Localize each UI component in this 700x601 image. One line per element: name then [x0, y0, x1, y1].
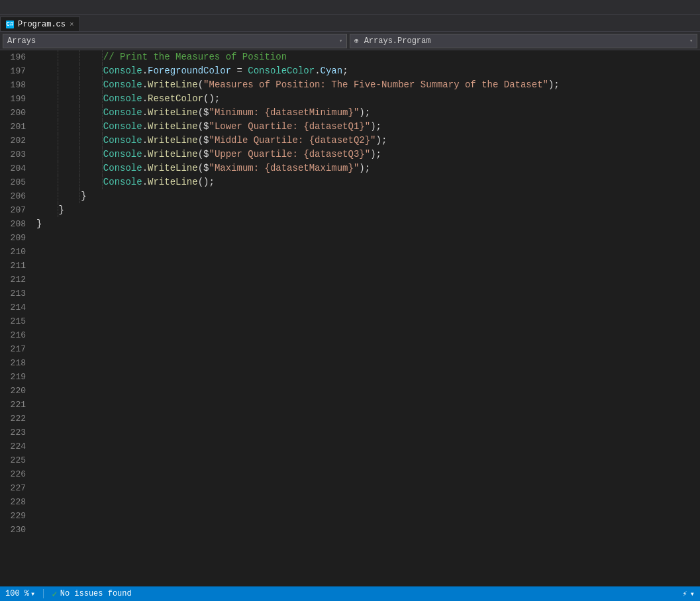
code-line [36, 300, 700, 314]
class-dropdown[interactable]: ⊕ Arrays.Program ▾ [350, 34, 697, 48]
code-token [36, 93, 103, 104]
namespace-label: Arrays [7, 36, 36, 46]
code-token: Console [103, 135, 142, 146]
table-row: 196 // Print the Measures of Position [0, 50, 700, 64]
line-number: 200 [0, 108, 36, 118]
action-status[interactable]: ⚡ ▾ [683, 589, 695, 599]
line-number: 214 [0, 302, 36, 312]
table-row: 218 [0, 356, 700, 370]
code-token [36, 107, 103, 118]
editor-wrapper: 196 // Print the Measures of Position197… [0, 50, 700, 586]
tab-close-icon[interactable]: × [70, 21, 74, 28]
code-line: Console.WriteLine(); [36, 175, 700, 189]
code-token: . [315, 66, 320, 76]
line-number: 227 [0, 483, 36, 493]
code-line [36, 426, 700, 439]
code-line [36, 439, 700, 453]
code-token: . [142, 93, 148, 104]
code-line [36, 495, 700, 509]
table-row: 224 [0, 439, 700, 453]
code-line [36, 273, 700, 287]
code-token: "Upper Quartile: {datasetQ3}" [209, 149, 370, 160]
line-number: 230 [0, 525, 36, 535]
code-token: "Maximum: {datasetMaximum}" [209, 163, 359, 173]
code-token: WriteLine [148, 177, 198, 187]
code-token: ); [376, 135, 387, 146]
code-token [36, 135, 103, 146]
code-token: // Print the Measures of Position [36, 52, 287, 62]
table-row: 201 Console.WriteLine($"Lower Quartile: … [0, 120, 700, 134]
table-row: 206 } [0, 189, 700, 203]
line-number: 229 [0, 511, 36, 521]
code-token: ); [548, 79, 560, 90]
code-token: ($ [198, 163, 209, 173]
code-token: Console [103, 93, 142, 104]
code-token [36, 149, 103, 160]
line-number: 216 [0, 330, 36, 340]
code-token: WriteLine [148, 149, 198, 160]
code-line [36, 398, 700, 412]
line-number: 212 [0, 275, 36, 285]
table-row: 222 [0, 412, 700, 426]
code-line [36, 245, 700, 259]
issues-status[interactable]: ✓ No issues found [52, 588, 131, 600]
class-arrow-icon: ▾ [689, 38, 693, 44]
line-number: 220 [0, 386, 36, 396]
table-row: 228 [0, 495, 700, 509]
line-number: 197 [0, 66, 36, 76]
code-token: } [36, 205, 64, 215]
code-line [36, 342, 700, 356]
table-row: 221 [0, 398, 700, 412]
table-row: 204 Console.WriteLine($"Maximum: {datase… [0, 162, 700, 175]
table-row: 215 [0, 314, 700, 328]
code-token: (); [203, 93, 220, 104]
line-number: 202 [0, 136, 36, 146]
code-token: ($ [198, 149, 209, 160]
code-token [36, 163, 103, 173]
tab-label: Program.cs [18, 20, 66, 29]
title-bar [0, 0, 700, 15]
code-token: Console [103, 66, 142, 76]
line-number: 213 [0, 289, 36, 299]
table-row: 230 [0, 523, 700, 537]
line-number: 199 [0, 94, 36, 104]
line-number: 201 [0, 122, 36, 132]
zoom-control[interactable]: 100 % ▾ [5, 589, 35, 599]
line-number: 224 [0, 441, 36, 451]
line-number: 204 [0, 163, 36, 173]
code-token [36, 66, 103, 76]
code-token: Console [103, 177, 142, 187]
line-number: 207 [0, 205, 36, 215]
table-row: 217 [0, 342, 700, 356]
line-number: 205 [0, 177, 36, 187]
code-line: Console.WriteLine($"Upper Quartile: {dat… [36, 148, 700, 162]
code-token: . [142, 66, 148, 76]
check-icon: ✓ [52, 588, 57, 600]
code-token: ; [342, 66, 348, 76]
line-number: 217 [0, 344, 36, 354]
code-line [36, 509, 700, 523]
code-editor[interactable]: 196 // Print the Measures of Position197… [0, 50, 700, 586]
namespace-dropdown[interactable]: Arrays ▾ [3, 34, 347, 48]
code-line [36, 467, 700, 481]
code-line [36, 314, 700, 328]
issues-label: No issues found [60, 589, 132, 598]
line-number: 209 [0, 233, 36, 243]
line-number: 196 [0, 52, 36, 62]
line-number: 228 [0, 497, 36, 507]
code-token: Console [103, 79, 142, 90]
code-token: . [142, 149, 148, 160]
namespace-arrow-icon: ▾ [339, 38, 342, 44]
code-token: ); [370, 149, 381, 160]
code-token: . [142, 163, 148, 173]
active-tab[interactable]: C# Program.cs × [0, 17, 80, 31]
status-bar: 100 % ▾ ✓ No issues found ⚡ ▾ [0, 586, 700, 601]
code-token: ($ [198, 107, 209, 118]
line-number: 211 [0, 261, 36, 271]
code-token: (); [198, 177, 215, 187]
table-row: 229 [0, 509, 700, 523]
table-row: 197 Console.ForegroundColor = ConsoleCol… [0, 64, 700, 78]
code-token: ); [359, 163, 370, 173]
code-token: WriteLine [148, 163, 198, 173]
code-token: ResetColor [148, 93, 203, 104]
